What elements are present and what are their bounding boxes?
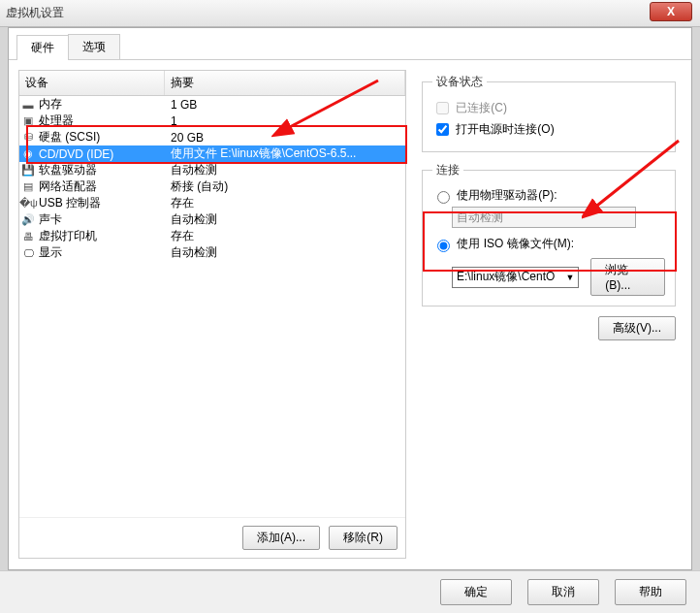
ok-button[interactable]: 确定 bbox=[440, 579, 512, 605]
list-buttons: 添加(A)... 移除(R) bbox=[19, 517, 405, 558]
device-icon: ◉ bbox=[19, 147, 37, 160]
device-row[interactable]: 💾软盘驱动器自动检测 bbox=[19, 162, 405, 178]
connection-group: 连接 使用物理驱动器(P): 自动检测 使用 ISO 镜像文件(M): E:\l… bbox=[422, 162, 676, 306]
device-icon: 🔊 bbox=[19, 213, 37, 226]
device-row[interactable]: 🔊声卡自动检测 bbox=[19, 211, 405, 228]
device-icon: ▣ bbox=[19, 114, 37, 127]
device-summary: 存在 bbox=[165, 228, 405, 244]
remove-button[interactable]: 移除(R) bbox=[329, 526, 398, 550]
device-icon: 🖵 bbox=[19, 247, 37, 259]
iso-row: E:\linux镜像\CentO ▼ 浏览(B)... bbox=[452, 258, 665, 296]
header-summary: 摘要 bbox=[165, 71, 405, 95]
device-name: 网络适配器 bbox=[37, 178, 165, 195]
title-bar: 虚拟机设置 X bbox=[0, 0, 700, 27]
device-row[interactable]: 🖶虚拟打印机存在 bbox=[19, 228, 405, 244]
device-summary: 20 GB bbox=[165, 131, 405, 145]
device-summary: 自动检测 bbox=[165, 244, 405, 261]
connected-checkbox-label: 已连接(C) bbox=[432, 99, 665, 117]
device-summary: 存在 bbox=[165, 195, 405, 211]
device-name: 声卡 bbox=[37, 211, 165, 228]
connect-on-power-label[interactable]: 打开电源时连接(O) bbox=[432, 120, 665, 139]
device-row[interactable]: �ψUSB 控制器存在 bbox=[19, 195, 405, 211]
device-row[interactable]: ⛁硬盘 (SCSI)20 GB bbox=[19, 129, 405, 145]
device-name: USB 控制器 bbox=[37, 195, 165, 211]
connect-on-power-checkbox[interactable] bbox=[436, 123, 449, 136]
dialog-body: 硬件 选项 设备 摘要 ▬内存1 GB▣处理器1⛁硬盘 (SCSI)20 GB◉… bbox=[8, 27, 692, 570]
device-summary: 自动检测 bbox=[165, 211, 405, 228]
header-device: 设备 bbox=[19, 71, 165, 95]
help-button[interactable]: 帮助 bbox=[615, 579, 686, 605]
device-summary: 自动检测 bbox=[165, 162, 405, 178]
device-row[interactable]: ▤网络适配器桥接 (自动) bbox=[19, 178, 405, 195]
device-row[interactable]: ▬内存1 GB bbox=[19, 96, 405, 113]
device-status-group: 设备状态 已连接(C) 打开电源时连接(O) bbox=[422, 74, 676, 152]
device-name: CD/DVD (IDE) bbox=[37, 147, 165, 161]
list-header: 设备 摘要 bbox=[19, 71, 405, 96]
device-name: 软盘驱动器 bbox=[37, 162, 165, 178]
device-row[interactable]: ◉CD/DVD (IDE)使用文件 E:\linux镜像\CentOS-6.5.… bbox=[19, 145, 405, 162]
cancel-button[interactable]: 取消 bbox=[527, 579, 599, 605]
tab-options[interactable]: 选项 bbox=[68, 34, 120, 59]
device-summary: 1 GB bbox=[165, 98, 405, 112]
list-body[interactable]: ▬内存1 GB▣处理器1⛁硬盘 (SCSI)20 GB◉CD/DVD (IDE)… bbox=[19, 96, 405, 517]
device-name: 处理器 bbox=[37, 113, 165, 129]
device-icon: 💾 bbox=[19, 164, 37, 177]
use-iso-radio-label[interactable]: 使用 ISO 镜像文件(M): bbox=[432, 236, 665, 252]
connected-checkbox bbox=[436, 102, 449, 114]
dialog-footer: 确定 取消 帮助 bbox=[0, 570, 700, 613]
tab-strip: 硬件 选项 bbox=[9, 28, 691, 60]
iso-path-combo[interactable]: E:\linux镜像\CentO ▼ bbox=[452, 267, 579, 288]
browse-button[interactable]: 浏览(B)... bbox=[590, 258, 665, 296]
device-summary: 桥接 (自动) bbox=[165, 178, 405, 195]
use-physical-radio[interactable] bbox=[437, 191, 450, 204]
physical-drive-dropdown: 自动检测 bbox=[452, 207, 636, 228]
device-summary: 使用文件 E:\linux镜像\CentOS-6.5... bbox=[165, 145, 405, 162]
device-icon: ▤ bbox=[19, 180, 37, 193]
use-iso-radio[interactable] bbox=[437, 240, 450, 252]
device-status-legend: 设备状态 bbox=[432, 74, 487, 90]
connection-legend: 连接 bbox=[432, 162, 463, 178]
settings-panel: 设备状态 已连接(C) 打开电源时连接(O) 连接 使用物理驱动器(P): 自动… bbox=[416, 70, 682, 559]
window-title: 虚拟机设置 bbox=[6, 5, 64, 21]
device-name: 内存 bbox=[37, 96, 165, 113]
close-button[interactable]: X bbox=[650, 2, 692, 21]
device-icon: ▬ bbox=[19, 99, 37, 111]
device-name: 显示 bbox=[37, 244, 165, 261]
tab-hardware[interactable]: 硬件 bbox=[16, 35, 69, 60]
content-area: 设备 摘要 ▬内存1 GB▣处理器1⛁硬盘 (SCSI)20 GB◉CD/DVD… bbox=[9, 60, 691, 568]
device-icon: ⛁ bbox=[19, 131, 37, 144]
use-physical-radio-label[interactable]: 使用物理驱动器(P): bbox=[432, 187, 665, 204]
device-row[interactable]: 🖵显示自动检测 bbox=[19, 244, 405, 261]
device-name: 硬盘 (SCSI) bbox=[37, 129, 165, 145]
advanced-button[interactable]: 高级(V)... bbox=[598, 316, 676, 340]
device-icon: 🖶 bbox=[19, 231, 37, 242]
device-icon: �ψ bbox=[19, 197, 37, 210]
chevron-down-icon: ▼ bbox=[565, 273, 574, 282]
device-name: 虚拟打印机 bbox=[37, 228, 165, 244]
device-row[interactable]: ▣处理器1 bbox=[19, 113, 405, 129]
advanced-row: 高级(V)... bbox=[422, 316, 676, 340]
device-summary: 1 bbox=[165, 114, 405, 128]
add-button[interactable]: 添加(A)... bbox=[242, 526, 320, 550]
device-list-panel: 设备 摘要 ▬内存1 GB▣处理器1⛁硬盘 (SCSI)20 GB◉CD/DVD… bbox=[18, 70, 406, 559]
